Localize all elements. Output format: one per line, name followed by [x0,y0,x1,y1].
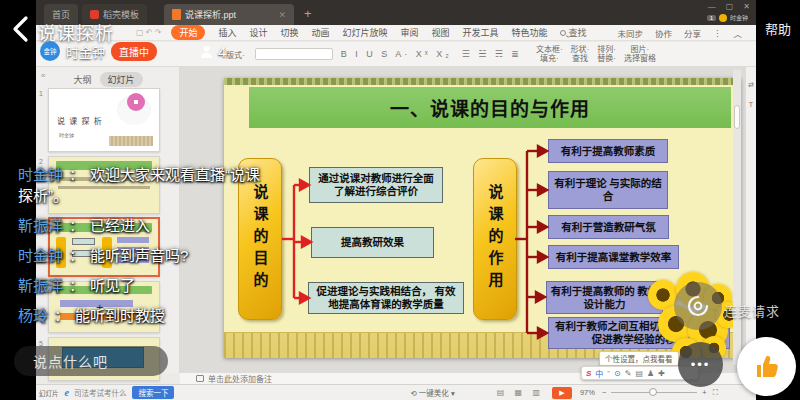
slideshow-play-button[interactable]: ▶ [552,387,572,399]
host-name: 时金钟 [66,42,105,61]
back-button[interactable] [8,14,34,44]
chat-sender: 时金钟 [18,166,63,183]
view-mode-icons[interactable]: ▤ ▦ ▥ [497,388,544,397]
ribbon-tab-review[interactable]: 审阅 [401,26,419,39]
search-suggestion[interactable]: 司法考试考什么 [74,387,127,398]
skin-icon[interactable]: ♟ [647,369,654,378]
notes-placeholder: 单击此处添加备注 [208,373,272,384]
beautify-button[interactable]: ⟲ 一键美化 ▾ [410,387,454,398]
chat-text: 听见了 [90,277,135,294]
collaborate-button[interactable]: 协作 [655,27,672,39]
like-button[interactable] [737,337,796,396]
chat-sender: 时金钟 [18,247,63,264]
chat-text: 能听到时教授 [75,307,165,324]
find-button[interactable]: 查找 [572,54,588,63]
ribbon-tab-insert[interactable]: 插入 [218,26,236,39]
chat-message: 杨玲：能听到时教授 [18,305,274,326]
thumb-number: 1 [39,90,47,97]
mic-request-button[interactable] [674,282,722,330]
slides-tab[interactable]: 幻灯片 [100,72,143,87]
quick-access-icons[interactable]: ▢ ↶ ↷ [136,28,161,37]
search-icon [560,30,566,36]
ribbon-tab-design[interactable]: 设计 [249,26,267,39]
zoom-in-button[interactable]: + [702,388,706,397]
maximize-icon[interactable]: ▢ [726,2,734,11]
chat-message: 靳振洋：已经进入 [18,215,274,236]
mic-link-icon [686,294,710,318]
mic-request-label[interactable]: 连麦请求 [724,301,780,320]
textbox-button[interactable]: 文本框· [536,45,563,54]
chat-sender: 靳振洋 [18,277,63,294]
zoom-slider[interactable] [611,392,697,393]
ribbon-tab-slideshow[interactable]: 幻灯片放映 [343,26,388,39]
object-properties-icon[interactable]: ⇄ [746,81,756,89]
flower-image [127,93,145,111]
more-menu-icon[interactable]: ⋮ [713,28,722,38]
tab-document[interactable]: 说课探析.ppt✕ [164,4,294,25]
sync-button[interactable]: 未同步 [617,27,643,39]
shape-button[interactable]: 形状· [571,45,590,54]
live-badge: 直播中 [111,42,157,61]
viewer-count[interactable]: 4 [199,43,226,60]
settings-tooltip[interactable]: 个性设置，点我看看 [599,351,679,366]
web-search-button[interactable]: 搜索一下 [132,386,174,399]
chat-message: 时金钟：能听到声音吗? [18,245,274,266]
collapse-ribbon-icon[interactable]: ︿ [733,27,742,39]
zoom-out-button[interactable]: − [602,388,606,397]
layout-button[interactable]: 版式· [226,49,245,60]
thumb1-author: 时金钟 [59,131,74,138]
share-button[interactable]: 分享 [684,27,701,39]
add-note-icon [196,375,204,382]
selection-pane-button[interactable]: 选择窗格 [624,54,656,63]
ribbon-tab-developer[interactable]: 开发工具 [463,26,499,39]
sogou-logo-icon: S [586,369,591,378]
mat-image [109,136,153,146]
account-avatar[interactable] [719,14,727,22]
handwrite-icon[interactable]: ✎ [625,369,632,378]
toolbox-icon[interactable]: ✚ [658,369,665,378]
outline-tab[interactable]: 大纲 [73,73,91,86]
new-tab-button[interactable]: + [304,6,312,21]
close-tab-icon[interactable]: ✕ [278,10,286,20]
fill-button[interactable]: 填充· [540,54,559,63]
text-tool-icon[interactable]: T [746,101,756,108]
account-name: 时金钟 [730,13,748,22]
ribbon-tab-row: ▢ ↶ ↷ 开始 插入 设计 切换 动画 幻灯片放映 审阅 视图 开发工具 特色… [36,25,756,41]
list-buttons[interactable]: ☰ ☱ ☴ ≣ [462,49,522,59]
keyboard-icon[interactable]: ▤ [635,369,643,378]
picture-button[interactable]: 图片· [631,45,650,54]
ppt-file-icon [172,9,181,20]
fit-screen-icon[interactable]: ⛶ [713,388,718,398]
chat-message: 靳振洋：听见了 [18,275,274,296]
more-options-button[interactable]: ••• [678,342,723,387]
chat-message: 时金钟：欢迎大家来观看直播“说课探析”。 [18,164,274,206]
chat-text: 已经进入 [90,217,150,234]
help-button[interactable]: 帮助 [756,19,800,38]
ribbon-search[interactable]: 查找 [560,26,587,39]
back-chevron-icon [8,14,34,44]
ie-icon[interactable]: e [65,387,69,398]
chinese-mode-icon[interactable]: 中 [595,368,603,379]
punctuation-icon[interactable]: ” [607,369,610,378]
ribbon-tab-view[interactable]: 视图 [432,26,450,39]
ellipsis-icon: ••• [691,357,711,372]
zoom-level: 97% [580,388,595,397]
arrange-button[interactable]: 排列· [597,45,616,54]
format-buttons[interactable]: B I U S A· Xˣ X₂ [341,49,452,59]
ribbon-tab-transition[interactable]: 切换 [280,26,298,39]
chat-sender: 靳振洋 [18,217,63,234]
ribbon-tab-home[interactable]: 开始 [171,25,205,40]
ribbon-tab-features[interactable]: 特色功能 [512,26,548,39]
ribbon-tab-animation[interactable]: 动画 [311,26,329,39]
chat-input[interactable]: 说点什么吧 [14,346,168,376]
presentation-slide: 一、说课的目的与作用 说课的目的 说课的作用 通过说课对教师进行全面 了解进行综… [224,78,741,358]
host-avatar[interactable]: 金钟 [40,41,60,61]
zoom-slider-knob[interactable] [649,388,657,396]
scrollbar-thumb[interactable] [734,105,740,129]
emoji-icon[interactable]: ⊙ [614,369,621,378]
font-select[interactable] [255,48,333,60]
replace-button[interactable]: 替换· [597,54,616,63]
close-icon[interactable]: ✕ [743,2,750,11]
slide-thumbnail-1[interactable]: 说 课 探 析 时金钟 [48,88,160,152]
minimize-icon[interactable]: — [708,2,716,11]
